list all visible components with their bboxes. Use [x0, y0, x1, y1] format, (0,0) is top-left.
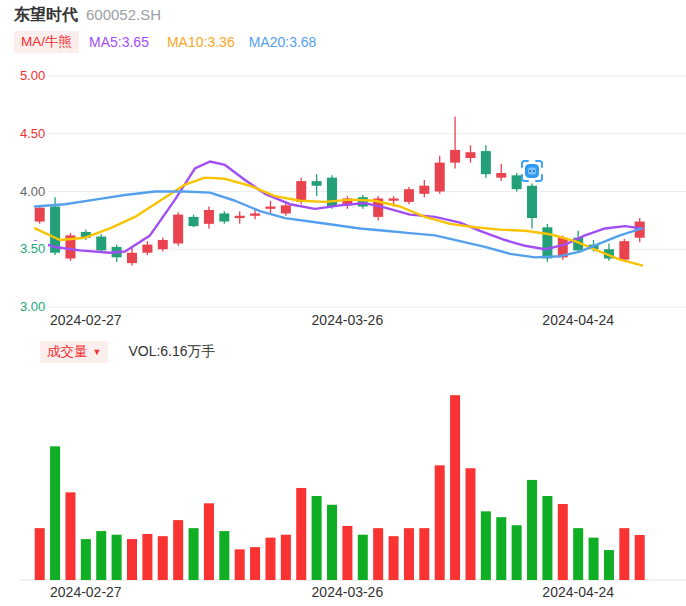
bull-bear-marker-icon[interactable]: [520, 159, 544, 183]
volume-bar[interactable]: [173, 520, 183, 580]
candle[interactable]: [542, 227, 552, 258]
volume-bar[interactable]: [573, 528, 583, 580]
chart-canvas: [0, 0, 686, 606]
volume-bar[interactable]: [250, 547, 260, 580]
volume-type-label: 成交量: [47, 343, 88, 361]
candle[interactable]: [435, 163, 445, 192]
volume-bar[interactable]: [512, 525, 522, 580]
volume-bar[interactable]: [35, 528, 45, 580]
volume-bar[interactable]: [81, 539, 91, 580]
volume-type-button[interactable]: 成交量 ▼: [40, 341, 108, 363]
volume-bar[interactable]: [450, 395, 460, 580]
volume-bar[interactable]: [204, 503, 214, 580]
volume-bar[interactable]: [265, 538, 275, 580]
volume-bar[interactable]: [50, 446, 60, 580]
volume-bar[interactable]: [296, 488, 306, 580]
candle[interactable]: [389, 198, 399, 200]
y-axis-label: 4.50: [20, 126, 48, 141]
candle[interactable]: [358, 197, 368, 206]
ma5-value: MA5:3.65: [89, 34, 149, 50]
x-axis-label: 2024-02-27: [36, 584, 136, 600]
volume-bar[interactable]: [496, 517, 506, 580]
stock-chart-app: 东望时代 600052.SH MA/牛熊 MA5:3.65 MA10:3.36 …: [0, 0, 686, 606]
volume-bar[interactable]: [142, 534, 152, 580]
volume-bar[interactable]: [389, 536, 399, 580]
candle[interactable]: [189, 217, 199, 226]
candle[interactable]: [619, 241, 629, 259]
candle[interactable]: [465, 152, 475, 158]
volume-bar[interactable]: [604, 550, 614, 580]
volume-bar[interactable]: [96, 531, 106, 580]
x-axis-label: 2024-02-27: [36, 312, 136, 328]
volume-bar[interactable]: [481, 511, 491, 580]
volume-value: VOL:6.16万手: [128, 343, 215, 361]
candle[interactable]: [281, 205, 291, 213]
candle[interactable]: [204, 210, 214, 224]
candle[interactable]: [265, 207, 275, 209]
volume-bar[interactable]: [465, 468, 475, 580]
stock-code: 600052.SH: [86, 6, 161, 23]
volume-bar[interactable]: [527, 480, 537, 580]
volume-bar[interactable]: [419, 528, 429, 580]
x-axis-label: 2024-04-24: [528, 584, 628, 600]
candle[interactable]: [235, 216, 245, 218]
candle[interactable]: [35, 208, 45, 222]
ma-legend: MA/牛熊 MA5:3.65 MA10:3.36 MA20:3.68: [14, 31, 316, 53]
candle[interactable]: [496, 173, 506, 178]
candle[interactable]: [296, 181, 306, 202]
candle[interactable]: [404, 189, 414, 202]
volume-bar[interactable]: [112, 535, 122, 580]
volume-bar[interactable]: [312, 496, 322, 580]
ma20-value: MA20:3.68: [249, 34, 317, 50]
volume-bar[interactable]: [358, 535, 368, 580]
candle[interactable]: [142, 245, 152, 253]
candle[interactable]: [127, 253, 137, 263]
candle[interactable]: [250, 213, 260, 215]
volume-bar[interactable]: [435, 465, 445, 580]
volume-bar[interactable]: [189, 528, 199, 580]
x-axis-label: 2024-03-26: [297, 584, 397, 600]
candle[interactable]: [527, 186, 537, 218]
candle[interactable]: [96, 237, 106, 251]
volume-bar[interactable]: [589, 538, 599, 580]
candle[interactable]: [312, 181, 322, 186]
volume-bar[interactable]: [235, 549, 245, 580]
volume-bar[interactable]: [542, 496, 552, 580]
candle[interactable]: [450, 150, 460, 163]
dropdown-arrow-icon: ▼: [93, 347, 102, 357]
candle[interactable]: [481, 151, 491, 174]
y-axis-label: 5.00: [20, 68, 48, 83]
stock-name: 东望时代: [14, 5, 78, 26]
x-axis-label: 2024-04-24: [528, 312, 628, 328]
candle[interactable]: [419, 186, 429, 194]
y-axis-label: 3.50: [20, 241, 48, 256]
volume-bar[interactable]: [219, 531, 229, 580]
volume-bar[interactable]: [635, 535, 645, 580]
header: 东望时代 600052.SH: [14, 5, 161, 26]
ma10-value: MA10:3.36: [167, 34, 235, 50]
volume-bar[interactable]: [373, 528, 383, 580]
ma-mode-button[interactable]: MA/牛熊: [14, 31, 79, 53]
volume-bar[interactable]: [65, 492, 75, 580]
candle[interactable]: [173, 215, 183, 244]
volume-header: 成交量 ▼ VOL:6.16万手: [40, 341, 216, 363]
volume-bar[interactable]: [281, 535, 291, 580]
candle[interactable]: [219, 213, 229, 221]
volume-bar[interactable]: [342, 526, 352, 580]
volume-bar[interactable]: [127, 539, 137, 580]
volume-bar[interactable]: [404, 528, 414, 580]
volume-bar[interactable]: [327, 505, 337, 580]
volume-bar[interactable]: [558, 504, 568, 580]
x-axis-label: 2024-03-26: [297, 312, 397, 328]
volume-bar[interactable]: [158, 536, 168, 580]
volume-bar[interactable]: [619, 528, 629, 580]
y-axis-label: 4.00: [20, 184, 48, 199]
candle[interactable]: [158, 240, 168, 249]
